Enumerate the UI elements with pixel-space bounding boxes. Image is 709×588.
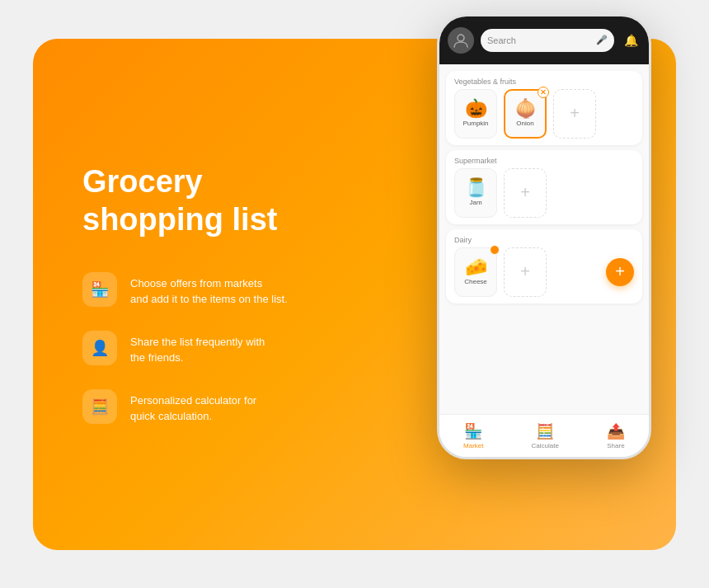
mic-icon[interactable]: 🎤 xyxy=(596,35,608,45)
vegetables-section: Vegetables & fruits 🎃 Pumpkin ✕ 🧅 Onion … xyxy=(446,71,642,145)
nav-calculate[interactable]: 🧮 Calculate xyxy=(532,422,559,449)
pumpkin-item[interactable]: 🎃 Pumpkin xyxy=(454,89,497,139)
add-supermarket-button[interactable]: + xyxy=(504,168,547,218)
title-line1: Grocery xyxy=(82,164,203,199)
feature-text-share: Share the list frequently with the frien… xyxy=(130,331,265,366)
phone-mockup: Search 🎤 🔔 Vegetables & fruits 🎃 Pumpkin xyxy=(437,14,651,459)
share-icon: 👤 xyxy=(82,331,117,365)
dairy-section: Dairy 🧀 Cheese + + xyxy=(446,229,642,303)
onion-label: Onion xyxy=(516,120,533,127)
search-bar[interactable]: Search 🎤 xyxy=(481,29,614,52)
bell-icon[interactable]: 🔔 xyxy=(621,31,641,50)
avatar[interactable] xyxy=(448,27,474,54)
nav-calculate-label: Calculate xyxy=(532,442,559,449)
nav-share-icon: 📤 xyxy=(607,422,625,440)
dairy-label: Dairy xyxy=(454,236,634,244)
market-icon: 🏪 xyxy=(82,272,117,307)
cheese-label: Cheese xyxy=(464,278,487,285)
vegetables-items-row: 🎃 Pumpkin ✕ 🧅 Onion + xyxy=(454,89,634,139)
add-vegetable-button[interactable]: + xyxy=(553,89,596,139)
cheese-icon: 🧀 xyxy=(465,258,487,276)
onion-icon: 🧅 xyxy=(514,100,537,118)
nav-market-label: Market xyxy=(463,442,483,449)
add-dairy-button[interactable]: + xyxy=(504,247,547,297)
cheese-item[interactable]: 🧀 Cheese xyxy=(454,247,497,297)
remove-badge[interactable]: ✕ xyxy=(538,87,549,98)
pumpkin-label: Pumpkin xyxy=(462,120,488,127)
calculator-icon: 🧮 xyxy=(82,389,117,424)
jam-label: Jam xyxy=(469,199,481,206)
supermarket-section: Supermarket 🫙 Jam + xyxy=(446,150,642,224)
phone-topbar: Search 🎤 🔔 xyxy=(439,16,649,64)
phone-wrapper: Search 🎤 🔔 Vegetables & fruits 🎃 Pumpkin xyxy=(437,14,651,459)
search-placeholder: Search xyxy=(487,35,593,45)
nav-market[interactable]: 🏪 Market xyxy=(463,422,483,449)
main-card: Grocery shopping list 🏪 Choose offers fr… xyxy=(33,39,676,550)
jam-icon: 🫙 xyxy=(465,179,487,197)
pumpkin-icon: 🎃 xyxy=(465,100,487,118)
phone-content: Vegetables & fruits 🎃 Pumpkin ✕ 🧅 Onion … xyxy=(439,64,649,414)
nav-share-label: Share xyxy=(607,442,624,449)
onion-item[interactable]: ✕ 🧅 Onion xyxy=(504,89,547,139)
dairy-items-row: 🧀 Cheese + + xyxy=(454,247,634,297)
feature-text-calculator: Personalized calculator for quick calcul… xyxy=(130,389,256,425)
svg-point-0 xyxy=(458,35,464,41)
vegetables-label: Vegetables & fruits xyxy=(454,78,634,86)
fab-button[interactable]: + xyxy=(606,258,634,286)
nav-calculate-icon: 🧮 xyxy=(536,422,554,440)
jam-item[interactable]: 🫙 Jam xyxy=(454,168,497,218)
supermarket-items-row: 🫙 Jam + xyxy=(454,168,634,218)
phone-nav: 🏪 Market 🧮 Calculate 📤 Share xyxy=(439,414,649,457)
feature-text-market: Choose offers from markets and add it to… xyxy=(130,272,288,308)
nav-market-icon: 🏪 xyxy=(464,422,482,440)
supermarket-label: Supermarket xyxy=(454,157,634,165)
nav-share[interactable]: 📤 Share xyxy=(607,422,625,449)
notification-dot xyxy=(490,245,500,255)
title-line2: shopping list xyxy=(82,202,277,237)
